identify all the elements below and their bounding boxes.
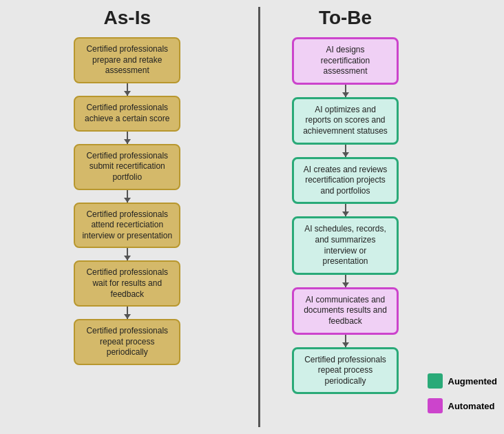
asis-title: As-Is [104,7,151,29]
tobe-arrow-2 [345,204,346,216]
asis-box-1: Certified professionals achieve a certai… [74,96,180,132]
tobe-title: To-Be [319,7,372,29]
tobe-arrow-4 [345,335,346,347]
asis-arrow-2 [127,190,128,203]
tobe-box-0: AI designs recertification assessment [292,37,399,85]
asis-arrow-4 [127,307,128,319]
tobe-box-5: Certified professionals repeat process p… [292,347,399,395]
column-divider [258,7,260,427]
augmented-label: Augmented [448,376,498,386]
legend-augmented: Augmented [428,373,498,389]
tobe-arrow-3 [345,275,346,287]
tobe-box-1: AI optimizes and reports on scores and a… [292,97,399,145]
tobe-arrow-0 [345,85,346,97]
automated-label: Automated [448,401,495,411]
asis-arrow-0 [127,83,128,96]
asis-box-3: Certified professionals attend recertici… [74,203,180,249]
asis-column: As-Is Certified professionals prepare an… [0,7,255,427]
asis-box-5: Certified professionals repeat process p… [74,319,180,365]
asis-box-0: Certified professionals prepare and reta… [74,37,180,83]
legend: Augmented Automated [428,373,505,413]
automated-color-box [428,398,443,413]
right-wrapper: To-Be AI designs recertification assessm… [264,7,505,427]
tobe-flow: AI designs recertification assessmentAI … [271,37,421,394]
tobe-box-4: AI communicates and documents results an… [292,287,399,335]
tobe-box-3: AI schedules, records, and summarizes in… [292,216,399,274]
legend-automated: Automated [428,398,498,413]
asis-flow: Certified professionals prepare and reta… [7,37,248,365]
tobe-box-2: AI creates and reviews recertification p… [292,157,399,205]
asis-arrow-3 [127,248,128,260]
tobe-column: To-Be AI designs recertification assessm… [264,7,428,427]
asis-arrow-1 [127,132,128,144]
asis-box-2: Certified professionals submit recertifi… [74,144,180,190]
tobe-arrow-1 [345,145,346,157]
augmented-color-box [428,373,443,389]
asis-box-4: Certified professionals wait for results… [74,260,180,307]
